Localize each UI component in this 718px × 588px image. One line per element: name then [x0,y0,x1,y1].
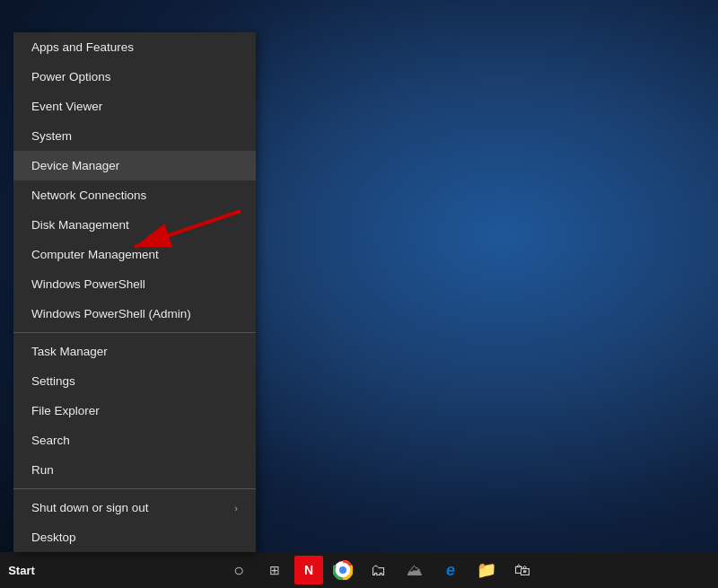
menu-item-network-connections[interactable]: Network Connections [13,180,256,210]
edge-icon[interactable]: e [434,554,467,586]
menu-item-label: Task Manager [31,345,108,358]
menu-item-label: Computer Management [31,248,159,261]
folder-icon[interactable]: 📁 [470,554,503,586]
menu-item-task-manager[interactable]: Task Manager [13,337,256,366]
menu-item-file-explorer[interactable]: File Explorer [13,396,256,426]
menu-item-settings[interactable]: Settings [13,366,256,396]
context-menu: Apps and FeaturesPower OptionsEvent View… [13,32,256,552]
menu-item-label: Search [31,434,70,447]
file-explorer-icon[interactable]: 🗂 [363,554,395,586]
menu-item-shut-down[interactable]: Shut down or sign out› [13,493,256,522]
desktop: Apps and FeaturesPower OptionsEvent View… [0,0,718,588]
menu-item-windows-powershell[interactable]: Windows PowerShell [13,269,256,299]
menu-item-power-options[interactable]: Power Options [13,62,256,92]
menu-item-device-manager[interactable]: Device Manager [13,151,256,180]
menu-item-run[interactable]: Run [13,455,256,485]
menu-item-label: Settings [31,374,75,388]
menu-divider [13,488,256,489]
taskbar: Start ○ ⊞ N 🗂 ⛰ e 📁 🛍 [0,552,718,588]
menu-item-event-viewer[interactable]: Event Viewer [13,92,256,121]
start-label: Start [8,564,35,577]
taskbar-icons: ○ ⊞ N 🗂 ⛰ e 📁 🛍 [43,554,718,586]
menu-item-label: Apps and Features [31,40,134,54]
menu-item-label: Windows PowerShell [31,277,145,291]
menu-item-label: Shut down or sign out [31,501,149,514]
task-view-icon[interactable]: ⊞ [258,554,291,586]
menu-item-apps-features[interactable]: Apps and Features [13,32,256,62]
menu-item-label: Device Manager [31,159,119,172]
search-taskbar-icon[interactable]: ○ [223,554,255,586]
menu-item-label: Run [31,463,54,477]
menu-item-search[interactable]: Search [13,426,256,455]
menu-item-label: Windows PowerShell (Admin) [31,307,191,320]
menu-item-label: System [31,129,72,143]
netflix-icon[interactable]: N [294,556,323,584]
menu-divider [13,332,256,333]
menu-item-disk-management[interactable]: Disk Management [13,210,256,240]
menu-item-label: Disk Management [31,218,129,232]
menu-item-label: Event Viewer [31,100,102,113]
start-button[interactable]: Start [0,552,43,588]
menu-item-computer-management[interactable]: Computer Management [13,240,256,269]
photos-icon[interactable]: ⛰ [398,554,431,586]
menu-item-windows-powershell-admin[interactable]: Windows PowerShell (Admin) [13,299,256,329]
menu-item-label: File Explorer [31,404,100,417]
chrome-icon[interactable] [327,554,359,586]
menu-item-label: Desktop [31,531,76,544]
menu-item-label: Power Options [31,70,111,83]
store-icon[interactable]: 🛍 [506,554,538,586]
menu-item-label: Network Connections [31,189,146,202]
menu-item-system[interactable]: System [13,121,256,151]
menu-item-arrow: › [234,503,238,513]
menu-item-desktop[interactable]: Desktop [13,522,256,552]
svg-point-3 [339,566,346,574]
